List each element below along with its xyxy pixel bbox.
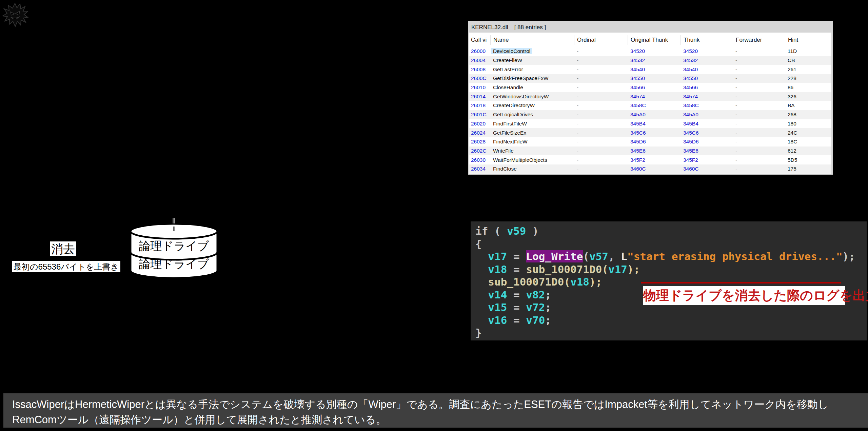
cell-original-thunk[interactable]: 34566 bbox=[628, 84, 680, 91]
cell-thunk[interactable]: 345F2 bbox=[680, 157, 733, 163]
cell-ordinal: - bbox=[574, 94, 628, 100]
cell-call-via[interactable]: 26014 bbox=[469, 94, 490, 100]
cell-ordinal: - bbox=[574, 148, 628, 154]
code-line: } bbox=[475, 327, 867, 339]
table-header-row: Call vi Name Ordinal Original Thunk Thun… bbox=[469, 33, 831, 47]
cell-call-via[interactable]: 2600C bbox=[469, 75, 490, 81]
cell-name: FindFirstFileW bbox=[490, 121, 574, 127]
cell-call-via[interactable]: 26028 bbox=[469, 139, 490, 145]
cell-call-via[interactable]: 26008 bbox=[469, 66, 490, 73]
cell-thunk[interactable]: 345E6 bbox=[680, 148, 733, 154]
cell-ordinal: - bbox=[574, 57, 628, 63]
code-line: { bbox=[475, 238, 867, 251]
cell-hint: 5D5 bbox=[785, 157, 831, 163]
drive-band-label: 論理ドライブ bbox=[139, 239, 209, 252]
cell-call-via[interactable]: 26034 bbox=[469, 166, 490, 172]
cell-original-thunk[interactable]: 345C6 bbox=[628, 130, 680, 136]
cell-original-thunk[interactable]: 345D6 bbox=[628, 139, 680, 145]
dll-name: KERNEL32.dll bbox=[471, 24, 508, 31]
cell-thunk[interactable]: 345A0 bbox=[680, 112, 733, 118]
cell-call-via[interactable]: 26030 bbox=[469, 157, 490, 163]
table-row[interactable]: 26014GetWindowsDirectoryW-3457434574-326 bbox=[469, 92, 831, 101]
cell-original-thunk[interactable]: 34574 bbox=[628, 94, 680, 100]
column-header-thunk[interactable]: Thunk bbox=[680, 35, 733, 45]
cell-forwarder: - bbox=[733, 157, 785, 163]
cell-hint: CB bbox=[785, 57, 831, 63]
table-row[interactable]: 26018CreateDirectoryW-3458C3458C-BA bbox=[469, 101, 831, 110]
column-header-original-thunk[interactable]: Original Thunk bbox=[628, 35, 680, 45]
cell-original-thunk[interactable]: 34540 bbox=[628, 66, 680, 73]
cell-thunk[interactable]: 34574 bbox=[680, 94, 733, 100]
cell-hint: 180 bbox=[785, 121, 831, 127]
table-row[interactable]: 26010CloseHandle-3456634566-86 bbox=[469, 83, 831, 92]
cell-call-via[interactable]: 26010 bbox=[469, 84, 490, 91]
entry-count: [ 88 entries ] bbox=[514, 24, 546, 31]
cell-original-thunk[interactable]: 34520 bbox=[628, 48, 680, 54]
cell-call-via[interactable]: 26000 bbox=[469, 48, 490, 54]
code-line: v17 = Log_Write(v57, L"start erasing phy… bbox=[475, 250, 867, 263]
cell-call-via[interactable]: 26024 bbox=[469, 130, 490, 136]
cell-hint: 24C bbox=[785, 130, 831, 136]
cell-thunk[interactable]: 345B4 bbox=[680, 121, 733, 127]
table-row[interactable]: 26024GetFileSizeEx-345C6345C6-24C bbox=[469, 128, 831, 137]
column-header-hint[interactable]: Hint bbox=[785, 35, 831, 45]
cell-call-via[interactable]: 26020 bbox=[469, 121, 490, 127]
table-row[interactable]: 26020FindFirstFileW-345B4345B4-180 bbox=[469, 119, 831, 129]
cell-ordinal: - bbox=[574, 75, 628, 81]
cell-ordinal: - bbox=[574, 121, 628, 127]
cell-name: CreateFileW bbox=[490, 57, 574, 63]
annotation-underline bbox=[641, 282, 841, 283]
cell-call-via[interactable]: 2601C bbox=[469, 112, 490, 118]
cell-thunk[interactable]: 345C6 bbox=[680, 130, 733, 136]
cell-thunk[interactable]: 3458C bbox=[680, 102, 733, 109]
cell-original-thunk[interactable]: 345E6 bbox=[628, 148, 680, 154]
column-header-call-via[interactable]: Call vi bbox=[469, 35, 490, 45]
cell-call-via[interactable]: 2602C bbox=[469, 148, 490, 154]
cell-thunk[interactable]: 34520 bbox=[680, 48, 733, 54]
column-header-forwarder[interactable]: Forwarder bbox=[733, 35, 785, 45]
cell-thunk[interactable]: 345D6 bbox=[680, 139, 733, 145]
cell-forwarder: - bbox=[733, 48, 785, 54]
cell-hint: 86 bbox=[785, 84, 831, 91]
table-row[interactable]: 26034FindClose-3460C3460C-175 bbox=[469, 164, 831, 174]
cell-original-thunk[interactable]: 345A0 bbox=[628, 112, 680, 118]
table-row[interactable]: 26028FindNextFileW-345D6345D6-18C bbox=[469, 137, 831, 146]
cell-thunk[interactable]: 34540 bbox=[680, 66, 733, 73]
code-line: v16 = v70; bbox=[475, 314, 867, 327]
cell-hint: BA bbox=[785, 102, 831, 109]
cell-original-thunk[interactable]: 3460C bbox=[628, 166, 680, 172]
logical-drives-cylinder-icon: 論理ドライブ 論理ドライブ bbox=[129, 216, 219, 281]
cell-name: GetLastError bbox=[490, 66, 574, 73]
cell-thunk[interactable]: 34566 bbox=[680, 84, 733, 91]
cell-thunk[interactable]: 3460C bbox=[680, 166, 733, 172]
cell-original-thunk[interactable]: 345B4 bbox=[628, 121, 680, 127]
table-row[interactable]: 2600CGetDiskFreeSpaceExW-3455034550-228 bbox=[469, 74, 831, 83]
table-row[interactable]: 2602CWriteFile-345E6345E6-612 bbox=[469, 146, 831, 156]
cell-forwarder: - bbox=[733, 130, 785, 136]
imports-table-window: KERNEL32.dll[ 88 entries ] Call vi Name … bbox=[468, 21, 833, 175]
erase-caption: 最初の65536バイトを上書き bbox=[12, 261, 120, 272]
cell-hint: 268 bbox=[785, 112, 831, 118]
cell-call-via[interactable]: 26018 bbox=[469, 102, 490, 109]
cell-ordinal: - bbox=[574, 157, 628, 163]
cell-hint: 11D bbox=[785, 48, 831, 54]
footer-caption-bar: IssacWiperはHermeticWiperとは異なる手法でシステムを破壊す… bbox=[3, 393, 868, 428]
cell-ordinal: - bbox=[574, 130, 628, 136]
cell-thunk[interactable]: 34550 bbox=[680, 75, 733, 81]
cell-ordinal: - bbox=[574, 112, 628, 118]
cell-original-thunk[interactable]: 3458C bbox=[628, 102, 680, 109]
column-header-ordinal[interactable]: Ordinal bbox=[574, 35, 628, 45]
table-row[interactable]: 26008GetLastError-3454034540-261 bbox=[469, 65, 831, 74]
cell-original-thunk[interactable]: 345F2 bbox=[628, 157, 680, 163]
table-row[interactable]: 26030WaitForMultipleObjects-345F2345F2-5… bbox=[469, 155, 831, 164]
column-header-name[interactable]: Name bbox=[490, 35, 574, 45]
table-row[interactable]: 26004CreateFileW-3453234532-CB bbox=[469, 56, 831, 65]
table-row[interactable]: 26000DeviceIoControl-3452034520-11D bbox=[469, 47, 831, 56]
cell-original-thunk[interactable]: 34550 bbox=[628, 75, 680, 81]
cell-call-via[interactable]: 26004 bbox=[469, 57, 490, 63]
decompiler-code-block: if ( v59 ){ v17 = Log_Write(v57, L"start… bbox=[471, 221, 867, 340]
cell-original-thunk[interactable]: 34532 bbox=[628, 57, 680, 63]
drive-band-label: 論理ドライブ bbox=[139, 257, 209, 270]
cell-thunk[interactable]: 34532 bbox=[680, 57, 733, 63]
table-row[interactable]: 2601CGetLogicalDrives-345A0345A0-268 bbox=[469, 110, 831, 119]
